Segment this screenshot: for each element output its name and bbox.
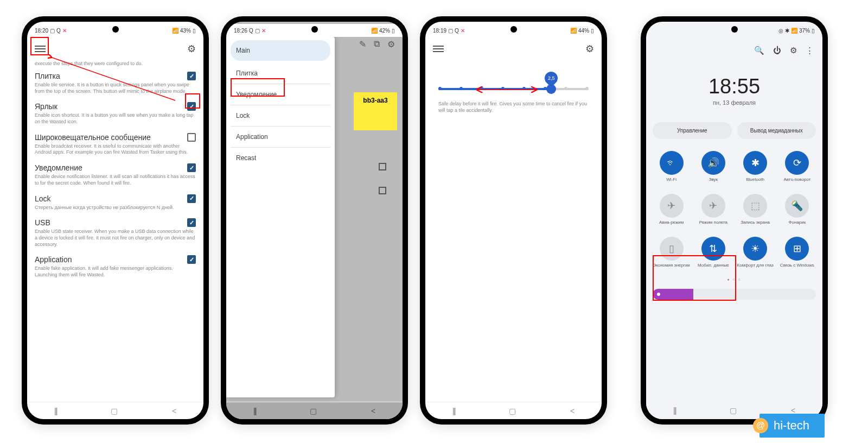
- svg-line-0: [50, 57, 175, 100]
- qs-tile[interactable]: ⬚ Запись экрана: [737, 192, 774, 232]
- checkbox[interactable]: [187, 133, 196, 142]
- nav-back[interactable]: <: [570, 407, 575, 415]
- setting-item[interactable]: Ярлык Enable icon shortcut. It is a butt…: [35, 102, 196, 125]
- nav-bar: ||| ▢ <: [226, 402, 403, 419]
- setting-item[interactable]: Широковещательное сообщение Enable broad…: [35, 133, 196, 156]
- drawer-item[interactable]: Lock: [231, 105, 330, 126]
- qs-tile-label: Мобил. данные: [698, 263, 729, 273]
- checkbox[interactable]: [187, 72, 196, 80]
- nav-back[interactable]: <: [371, 407, 375, 415]
- image-icon: ▢: [255, 28, 260, 34]
- setting-description: Enable fake application. It will add fak…: [35, 265, 196, 278]
- nav-home[interactable]: ▢: [111, 407, 118, 415]
- qs-tile[interactable]: ᯤ Wi-Fi: [653, 149, 690, 189]
- setting-title: USB: [35, 218, 50, 227]
- qs-tile[interactable]: ⟳ Авто-поворот: [778, 149, 816, 189]
- delay-slider-area: 2,5 Safe delay before it will fire. Give…: [433, 61, 594, 119]
- search-icon: Q: [249, 28, 253, 34]
- close-icon: ✕: [461, 28, 465, 34]
- wifi-icon: ᯤ: [660, 151, 684, 175]
- torch-icon: 🔦: [785, 194, 809, 218]
- status-time: 18:19: [433, 28, 446, 34]
- brightness-sun-icon: [657, 293, 660, 296]
- nav-recent[interactable]: |||: [54, 407, 57, 415]
- slider-description: Safe delay before it will fire. Gives yo…: [438, 101, 589, 113]
- qs-tile[interactable]: ⇅ Мобил. данные: [694, 235, 732, 275]
- search-icon[interactable]: 🔍: [754, 46, 764, 55]
- settings-icon[interactable]: ⚙: [387, 39, 395, 49]
- qs-tile[interactable]: 🔦 Фонарик: [778, 192, 816, 232]
- qs-tile-label: Авто-поворот: [783, 178, 810, 187]
- brightness-slider[interactable]: [653, 289, 816, 300]
- signal-icon: 📶: [570, 28, 577, 34]
- eye-icon: ☀: [743, 237, 767, 261]
- watermark-logo-icon: @: [753, 418, 768, 433]
- drawer-item[interactable]: Уведомление: [231, 84, 330, 105]
- nav-home[interactable]: ▢: [730, 406, 737, 415]
- menu-button[interactable]: [35, 44, 46, 54]
- qs-tile[interactable]: ✱ Bluetooth: [737, 149, 774, 189]
- settings-button[interactable]: ⚙: [585, 43, 594, 55]
- qs-controls-button[interactable]: Управление: [653, 122, 732, 139]
- image-icon: ▢: [448, 28, 453, 34]
- setting-item[interactable]: Lock Стереть данные когда устройство не …: [35, 194, 196, 211]
- qs-tile[interactable]: ☀ Комфорт для глаз: [737, 235, 774, 275]
- checkbox[interactable]: [187, 194, 196, 203]
- qs-tile[interactable]: ✈ Режим полета: [694, 192, 732, 232]
- qs-tile[interactable]: 🔊 Звук: [694, 149, 732, 189]
- page-dots: ● ○ ○: [653, 277, 816, 281]
- nav-home[interactable]: ▢: [509, 407, 516, 415]
- status-time: 18:20: [35, 28, 48, 34]
- qs-tile[interactable]: ✈ Авиа-режим: [653, 192, 690, 232]
- copy-icon[interactable]: ⧉: [374, 39, 380, 49]
- battery-icon: ▯: [591, 28, 594, 34]
- nav-back[interactable]: <: [172, 407, 176, 415]
- setting-item[interactable]: Уведомление Enable device notification l…: [35, 163, 196, 186]
- checkbox[interactable]: [187, 163, 196, 172]
- win-icon: ⊞: [785, 237, 809, 261]
- qs-tile[interactable]: ⊞ Связь с Windows: [778, 235, 816, 275]
- drawer-item[interactable]: Плитка: [231, 63, 330, 84]
- qs-tile-label: Комфорт для глаз: [737, 263, 774, 273]
- arrow-annotation: [48, 54, 178, 103]
- drawer-item[interactable]: Recast: [231, 148, 330, 168]
- power-icon[interactable]: ⏻: [773, 46, 781, 55]
- setting-item[interactable]: USB Enable USB state receiver. When you …: [35, 218, 196, 248]
- qs-tile-label: Запись экрана: [741, 220, 770, 230]
- watermark: @ hi-tech: [760, 414, 825, 438]
- setting-description: Enable USB state receiver. When you make…: [35, 229, 196, 248]
- camera-hole: [112, 26, 119, 33]
- drawer-item[interactable]: Application: [231, 126, 330, 148]
- qs-tile-label: Wi-Fi: [666, 178, 676, 187]
- camera-hole: [311, 26, 318, 33]
- setting-title: Ярлык: [35, 102, 58, 111]
- qs-time: 18:55: [653, 75, 816, 98]
- setting-description: Enable device notification listener. It …: [35, 174, 196, 186]
- camera-hole: [731, 26, 738, 33]
- setting-item[interactable]: Application Enable fake application. It …: [35, 255, 196, 278]
- drawer-item[interactable]: Main: [231, 40, 330, 61]
- battery-text: 44%: [578, 28, 589, 34]
- more-icon[interactable]: ⋮: [806, 46, 814, 55]
- nav-home[interactable]: ▢: [310, 407, 317, 415]
- close-icon: ✕: [261, 28, 266, 34]
- qs-media-button[interactable]: Вывод медиаданных: [737, 122, 816, 139]
- checkbox[interactable]: [187, 218, 196, 227]
- battery-icon: ▯: [660, 237, 684, 261]
- app-bar: ⚙: [425, 37, 602, 61]
- bg-checkboxes: [379, 147, 386, 211]
- edit-icon[interactable]: ✎: [359, 39, 366, 49]
- settings-list[interactable]: execute the steps that they were configu…: [27, 61, 203, 402]
- checkbox[interactable]: [187, 102, 196, 111]
- settings-icon[interactable]: ⚙: [790, 46, 797, 55]
- nav-recent[interactable]: |||: [253, 407, 256, 415]
- menu-button[interactable]: [433, 44, 444, 54]
- checkbox[interactable]: [187, 255, 196, 264]
- qs-tile[interactable]: ▯ Экономия энергии: [653, 235, 690, 275]
- setting-title: Широковещательное сообщение: [35, 133, 151, 142]
- nav-recent[interactable]: |||: [452, 407, 455, 415]
- nav-recent[interactable]: |||: [673, 406, 676, 415]
- settings-button[interactable]: ⚙: [187, 43, 196, 55]
- qs-tile-label: Экономия энергии: [653, 263, 690, 273]
- setting-description: Стереть данные когда устройство не разбл…: [35, 205, 196, 211]
